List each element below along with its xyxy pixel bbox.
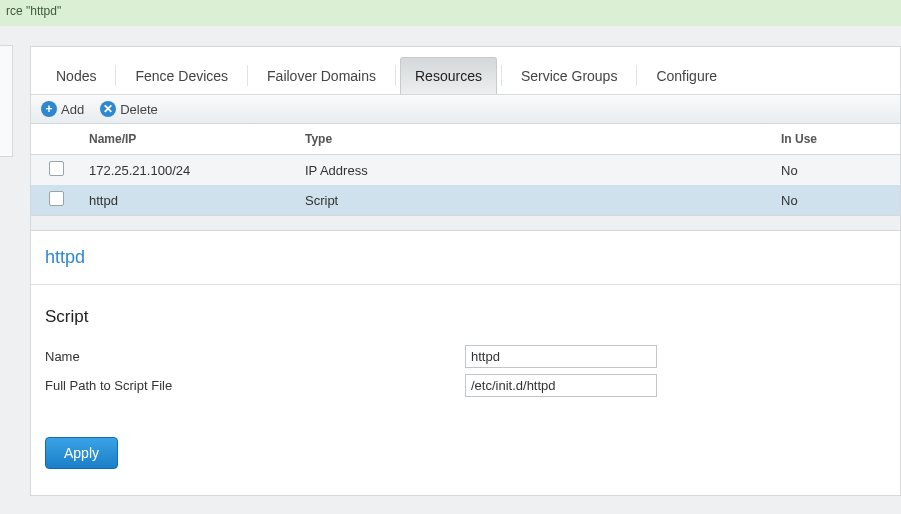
tab-separator — [115, 65, 116, 86]
cell-type: IP Address — [297, 155, 773, 186]
toolbar: + Add ✕ Delete — [31, 95, 900, 124]
tab-resources[interactable]: Resources — [400, 57, 497, 94]
tab-label: Configure — [656, 68, 717, 84]
table-row[interactable]: 172.25.21.100/24 IP Address No — [31, 155, 900, 186]
tab-label: Service Groups — [521, 68, 617, 84]
row-checkbox[interactable] — [49, 191, 64, 206]
name-input[interactable] — [465, 345, 657, 368]
add-button[interactable]: + Add — [41, 101, 84, 117]
header-inuse[interactable]: In Use — [773, 124, 900, 155]
header-name[interactable]: Name/IP — [81, 124, 297, 155]
tab-separator — [501, 65, 502, 86]
tab-configure[interactable]: Configure — [641, 57, 732, 94]
table-row[interactable]: httpd Script No — [31, 185, 900, 215]
cell-type: Script — [297, 185, 773, 215]
tab-nodes[interactable]: Nodes — [41, 57, 111, 94]
tab-label: Failover Domains — [267, 68, 376, 84]
form-row-script-path: Full Path to Script File — [45, 374, 886, 397]
x-icon: ✕ — [100, 101, 116, 117]
cell-inuse: No — [773, 185, 900, 215]
apply-button[interactable]: Apply — [45, 437, 118, 469]
header-checkbox — [31, 124, 81, 155]
panel-gap — [31, 215, 900, 231]
header-type[interactable]: Type — [297, 124, 773, 155]
cell-name: 172.25.21.100/24 — [81, 155, 297, 186]
tab-fence-devices[interactable]: Fence Devices — [120, 57, 243, 94]
tab-separator — [247, 65, 248, 86]
tab-failover-domains[interactable]: Failover Domains — [252, 57, 391, 94]
tab-label: Fence Devices — [135, 68, 228, 84]
sidebar-sliver — [0, 45, 13, 157]
table-header-row: Name/IP Type In Use — [31, 124, 900, 155]
main-stage: Nodes Fence Devices Failover Domains Res… — [0, 26, 901, 514]
add-label: Add — [61, 102, 84, 117]
notification-banner: rce "httpd" — [0, 0, 901, 26]
tab-separator — [636, 65, 637, 86]
tab-strip: Nodes Fence Devices Failover Domains Res… — [31, 47, 900, 95]
delete-label: Delete — [120, 102, 158, 117]
notification-text: rce "httpd" — [6, 4, 61, 18]
resources-table: Name/IP Type In Use 172.25.21.100/24 IP … — [31, 124, 900, 215]
detail-section-heading: Script — [45, 307, 886, 327]
detail-body: Script Name Full Path to Script File App… — [31, 285, 900, 495]
name-label: Name — [45, 349, 465, 364]
plus-icon: + — [41, 101, 57, 117]
cell-name: httpd — [81, 185, 297, 215]
detail-header: httpd — [31, 231, 900, 285]
row-checkbox[interactable] — [49, 161, 64, 176]
tab-label: Nodes — [56, 68, 96, 84]
detail-title: httpd — [45, 247, 85, 267]
script-path-label: Full Path to Script File — [45, 378, 465, 393]
main-panel: Nodes Fence Devices Failover Domains Res… — [30, 46, 901, 496]
tab-service-groups[interactable]: Service Groups — [506, 57, 632, 94]
script-path-input[interactable] — [465, 374, 657, 397]
cell-inuse: No — [773, 155, 900, 186]
tab-separator — [395, 65, 396, 86]
tab-label: Resources — [415, 68, 482, 84]
form-row-name: Name — [45, 345, 886, 368]
delete-button[interactable]: ✕ Delete — [100, 101, 158, 117]
